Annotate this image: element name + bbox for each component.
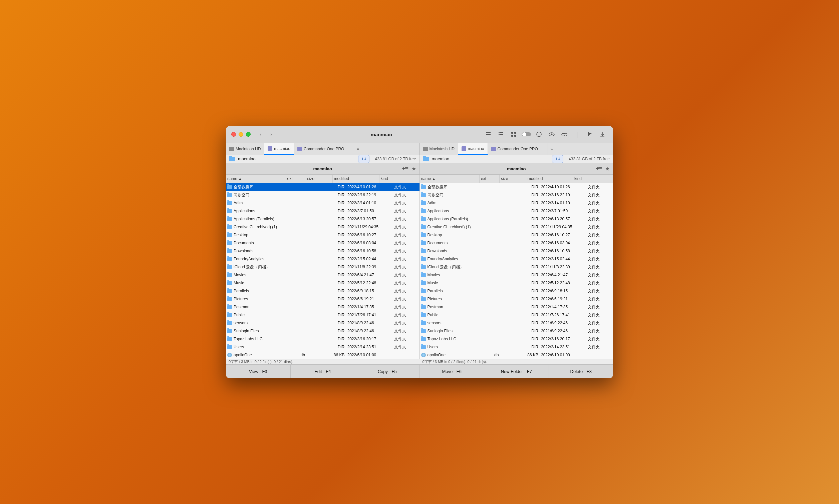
table-row[interactable]: FoundryAnalyticsDIR2022/2/15 02:44文件夹 — [226, 255, 420, 263]
table-row[interactable]: AdlmDIR2022/3/14 01:10文件夹 — [420, 199, 613, 207]
edit-button[interactable]: Edit - F4 — [291, 365, 356, 378]
back-button[interactable]: ‹ — [256, 130, 265, 139]
eye-icon[interactable] — [546, 129, 557, 140]
table-row[interactable]: Sunlogin FilesDIR2021/8/9 22:46文件夹 — [226, 327, 420, 335]
view-button[interactable]: View - F3 — [226, 365, 291, 378]
close-button[interactable] — [231, 132, 236, 137]
info-icon[interactable]: i — [534, 129, 544, 140]
table-row[interactable]: PublicDIR2021/7/26 17:41文件夹 — [420, 311, 613, 319]
maximize-button[interactable] — [246, 132, 251, 137]
table-row[interactable]: iCloud 云盘（归档）DIR2021/11/8 22:39文件夹 — [226, 263, 420, 271]
table-row[interactable]: Topaz Labs LLCDIR2022/3/16 20:17文件夹 — [420, 335, 613, 343]
file-size: DIR — [319, 343, 346, 351]
table-row[interactable]: DownloadsDIR2022/6/16 10:58文件夹 — [226, 247, 420, 255]
table-row[interactable]: 全部数据库DIR2022/4/10 01:26文件夹 — [226, 183, 420, 191]
flag-icon[interactable] — [584, 129, 595, 140]
file-size: DIR — [319, 183, 346, 191]
list-view-icon[interactable] — [483, 129, 494, 140]
table-row[interactable]: apolloOnedb86 KB2022/6/10 01:00 — [226, 351, 420, 359]
toggle-icon[interactable] — [521, 129, 532, 140]
file-modified: 2022/1/4 17:35 — [540, 303, 586, 311]
table-row[interactable]: PicturesDIR2022/6/6 19:21文件夹 — [420, 295, 613, 303]
col-name-left[interactable]: name ▲ — [226, 175, 286, 183]
detail-view-icon[interactable] — [496, 129, 506, 140]
table-row[interactable]: Sunlogin FilesDIR2021/8/9 22:46文件夹 — [420, 327, 613, 335]
table-row[interactable]: MoviesDIR2022/6/4 21:47文件夹 — [420, 271, 613, 279]
table-row[interactable]: PicturesDIR2022/6/6 19:21文件夹 — [226, 295, 420, 303]
move-button[interactable]: Move - F6 — [420, 365, 484, 378]
col-modified-right[interactable]: modified — [526, 175, 573, 183]
col-modified-left[interactable]: modified — [333, 175, 379, 183]
col-kind-left[interactable]: kind — [379, 175, 406, 183]
file-icon — [421, 313, 426, 317]
download-icon[interactable] — [597, 129, 608, 140]
minimize-button[interactable] — [239, 132, 243, 137]
table-row[interactable]: PostmanDIR2022/1/4 17:35文件夹 — [420, 303, 613, 311]
table-row[interactable]: MusicDIR2022/5/12 22:48文件夹 — [226, 279, 420, 287]
table-row[interactable]: DesktopDIR2022/6/16 10:27文件夹 — [420, 231, 613, 239]
tab-left-hd[interactable]: Macintosh HD — [226, 143, 264, 155]
status-text-left: 0字节 / 3 MB in 0 / 2 file(s). 0 / 21 dir(… — [228, 359, 293, 364]
file-kind: 文件夹 — [393, 319, 420, 327]
table-row[interactable]: ApplicationsDIR2022/3/7 01:50文件夹 — [420, 207, 613, 215]
col-ext-right[interactable]: ext — [480, 175, 500, 183]
path-select-right[interactable]: ⬆⬇ — [552, 155, 563, 163]
copy-button[interactable]: Copy - F5 — [355, 365, 420, 378]
file-ext — [493, 231, 513, 239]
table-row[interactable]: DocumentsDIR2022/6/16 03:04文件夹 — [226, 239, 420, 247]
tab-more-right[interactable]: » — [548, 143, 556, 155]
path-select-left[interactable]: ⬆⬇ — [358, 155, 370, 163]
tab-right-commander[interactable]: Commander One PRO Pack v3.4[www.macat... — [488, 143, 548, 155]
table-row[interactable]: iCloud 云盘（归档）DIR2021/11/8 22:39文件夹 — [420, 263, 613, 271]
file-name: Downloads — [234, 249, 253, 253]
col-size-left[interactable]: size — [306, 175, 333, 183]
grid-view-icon[interactable] — [508, 129, 519, 140]
table-row[interactable]: FoundryAnalyticsDIR2022/2/15 02:44文件夹 — [420, 255, 613, 263]
col-kind-right[interactable]: kind — [573, 175, 600, 183]
file-kind: 文件夹 — [586, 231, 613, 239]
table-row[interactable]: apolloOnedb86 KB2022/6/10 01:00 — [420, 351, 613, 359]
tab-left-commander[interactable]: Commander One PRO Pack v3.4[www.macat... — [294, 143, 354, 155]
table-row[interactable]: ApplicationsDIR2022/3/7 01:50文件夹 — [226, 207, 420, 215]
delete-button[interactable]: Delete - F8 — [549, 365, 613, 378]
table-row[interactable]: DesktopDIR2022/6/16 10:27文件夹 — [226, 231, 420, 239]
tab-left-macmiao[interactable]: macmiao — [264, 143, 294, 155]
col-ext-left[interactable]: ext — [286, 175, 306, 183]
svg-rect-6 — [500, 134, 503, 135]
list-icon-right[interactable]: ☰ — [597, 166, 603, 172]
forward-button[interactable]: › — [267, 130, 276, 139]
table-row[interactable]: PublicDIR2021/7/26 17:41文件夹 — [226, 311, 420, 319]
table-row[interactable]: PostmanDIR2022/1/4 17:35文件夹 — [226, 303, 420, 311]
table-row[interactable]: Applications (Parallels)DIR2022/6/13 20:… — [420, 215, 613, 223]
newfolder-button[interactable]: New Folder - F7 — [484, 365, 549, 378]
tab-right-macmiao[interactable]: macmiao — [458, 143, 488, 155]
list-icon-left[interactable]: ☰ — [404, 166, 410, 172]
file-modified: 2022/2/14 23:51 — [346, 343, 393, 351]
table-row[interactable]: Topaz Labs LLCDIR2022/3/16 20:17文件夹 — [226, 335, 420, 343]
table-row[interactable]: ParallelsDIR2022/6/9 18:15文件夹 — [226, 287, 420, 295]
binoculars-icon[interactable] — [559, 129, 570, 140]
table-row[interactable]: sensorsDIR2021/8/9 22:46文件夹 — [226, 319, 420, 327]
table-row[interactable]: MoviesDIR2022/6/4 21:47文件夹 — [226, 271, 420, 279]
table-row[interactable]: MusicDIR2022/5/12 22:48文件夹 — [420, 279, 613, 287]
table-row[interactable]: 同步空间DIR2022/2/16 22:19文件夹 — [420, 191, 613, 199]
col-size-right[interactable]: size — [500, 175, 526, 183]
table-row[interactable]: UsersDIR2022/2/14 23:51文件夹 — [226, 343, 420, 351]
star-icon-right[interactable]: ★ — [604, 166, 611, 172]
star-icon-left[interactable]: ★ — [411, 166, 417, 172]
table-row[interactable]: 同步空间DIR2022/2/16 22:19文件夹 — [226, 191, 420, 199]
table-row[interactable]: AdlmDIR2022/3/14 01:10文件夹 — [226, 199, 420, 207]
table-row[interactable]: UsersDIR2022/2/14 23:51文件夹 — [420, 343, 613, 351]
file-modified: 2022/4/10 01:26 — [540, 183, 586, 191]
col-name-right[interactable]: name ▲ — [420, 175, 480, 183]
table-row[interactable]: DocumentsDIR2022/6/16 03:04文件夹 — [420, 239, 613, 247]
tab-more-left[interactable]: » — [354, 143, 362, 155]
table-row[interactable]: ParallelsDIR2022/6/9 18:15文件夹 — [420, 287, 613, 295]
table-row[interactable]: Creative Cl...rchived) (1)DIR2021/11/29 … — [420, 223, 613, 231]
table-row[interactable]: Applications (Parallels)DIR2022/6/13 20:… — [226, 215, 420, 223]
table-row[interactable]: DownloadsDIR2022/6/16 10:58文件夹 — [420, 247, 613, 255]
table-row[interactable]: sensorsDIR2021/8/9 22:46文件夹 — [420, 319, 613, 327]
tab-right-hd[interactable]: Macintosh HD — [420, 143, 458, 155]
table-row[interactable]: Creative Cl...rchived) (1)DIR2021/11/29 … — [226, 223, 420, 231]
table-row[interactable]: 全部数据库DIR2022/4/10 01:26文件夹 — [420, 183, 613, 191]
